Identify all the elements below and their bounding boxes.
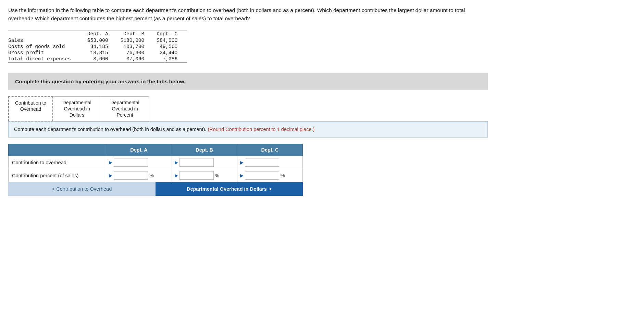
cell-expenses-a: 3,660 [85,56,118,62]
row-label-cogs: Costs of goods sold [8,44,85,50]
prev-button[interactable]: < Contribution to Overhead [8,182,156,196]
cell-expenses-b: 37,060 [118,56,154,62]
cell-cogs-c: 49,560 [154,44,187,50]
input-contrib-a[interactable] [114,158,148,167]
table-row: Gross profit 18,815 76,300 34,440 [8,50,187,56]
input-pct-b[interactable] [179,171,214,180]
row-label-sales: Sales [8,37,85,44]
arrow-icon: ▶ [175,160,178,165]
tab-label-percent: DepartmentalOverhead inPercent [111,100,139,118]
arrow-icon: ▶ [240,173,244,178]
pct-suffix-b: % [215,173,219,178]
instructions-highlight: (Round Contribution percent to 1 decimal… [208,127,314,132]
complete-banner: Complete this question by entering your … [8,73,488,90]
answer-row-contrib: Contribution to overhead ▶ ▶ ▶ [9,156,303,169]
intro-text: Use the information in the following tab… [8,6,488,23]
input-contrib-c[interactable] [245,158,279,167]
tab-label-dollars: DepartmentalOverhead inDollars [63,100,91,118]
next-arrow-icon: > [269,186,272,192]
cell-sales-c: $84,000 [154,37,187,44]
arrow-icon: ▶ [109,160,112,165]
cell-sales-b: $180,000 [118,37,154,44]
cell-cogs-a: 34,185 [85,44,118,50]
answer-header-row: Dept. A Dept. B Dept. C [9,144,303,156]
tab-dept-overhead-dollars[interactable]: DepartmentalOverhead inDollars [53,96,101,121]
cell-gross-b: 76,300 [118,50,154,56]
answer-row-pct: Contribution percent (of sales) ▶ % ▶ % [9,169,303,182]
pct-suffix-a: % [149,173,153,178]
row-label-expenses: Total direct expenses [8,56,85,62]
answer-col-a: Dept. A [106,144,172,156]
cell-contrib-b: ▶ [172,156,237,169]
input-pct-c[interactable] [245,171,279,180]
row-label-contrib-overhead: Contribution to overhead [9,156,106,169]
tab-dept-overhead-percent[interactable]: DepartmentalOverhead inPercent [101,96,149,121]
prev-arrow-icon: < [52,186,55,192]
cell-gross-a: 18,815 [85,50,118,56]
cell-contrib-c: ▶ [237,156,302,169]
answer-col-c: Dept. C [237,144,302,156]
row-label-contrib-pct: Contribution percent (of sales) [9,169,106,182]
input-pct-a[interactable] [114,171,148,180]
instructions-box: Compute each department's contribution t… [8,121,488,138]
col-label-empty [8,31,85,38]
pct-suffix-c: % [281,173,285,178]
arrow-icon: ▶ [109,173,112,178]
answer-table: Dept. A Dept. B Dept. C Contribution to … [8,144,303,182]
cell-contrib-a: ▶ [106,156,172,169]
answer-section: Dept. A Dept. B Dept. C Contribution to … [8,144,303,196]
table-row: Costs of goods sold 34,185 103,700 49,56… [8,44,187,50]
arrow-icon: ▶ [240,160,244,165]
cell-cogs-b: 103,700 [118,44,154,50]
table-header-row: Dept. A Dept. B Dept. C [8,31,187,38]
data-table: Dept. A Dept. B Dept. C Sales $53,000 $1… [8,30,187,63]
cell-sales-a: $53,000 [85,37,118,44]
cell-expenses-c: 7,386 [154,56,187,62]
table-row: Total direct expenses 3,660 37,060 7,386 [8,56,187,62]
col-header-b: Dept. B [118,31,154,38]
data-table-wrap: Dept. A Dept. B Dept. C Sales $53,000 $1… [8,30,248,63]
next-button[interactable]: Departmental Overhead in Dollars > [156,182,303,196]
arrow-icon: ▶ [175,173,178,178]
tab-contribution-overhead[interactable]: Contribution toOverhead [8,96,53,121]
instructions-main: Compute each department's contribution t… [14,127,206,132]
row-label-gross: Gross profit [8,50,85,56]
tabs-container: Contribution toOverhead DepartmentalOver… [8,96,636,121]
input-contrib-b[interactable] [179,158,214,167]
table-row: Sales $53,000 $180,000 $84,000 [8,37,187,44]
cell-gross-c: 34,440 [154,50,187,56]
tab-label-contrib: Contribution toOverhead [15,100,46,112]
cell-pct-a: ▶ % [106,169,172,182]
cell-pct-c: ▶ % [237,169,302,182]
answer-col-empty [9,144,106,156]
nav-buttons: < Contribution to Overhead Departmental … [8,182,303,196]
cell-pct-b: ▶ % [172,169,237,182]
next-button-label: Departmental Overhead in Dollars [187,186,267,192]
col-header-a: Dept. A [85,31,118,38]
col-header-c: Dept. C [154,31,187,38]
prev-button-label: Contribution to Overhead [56,186,112,192]
answer-col-b: Dept. B [172,144,237,156]
